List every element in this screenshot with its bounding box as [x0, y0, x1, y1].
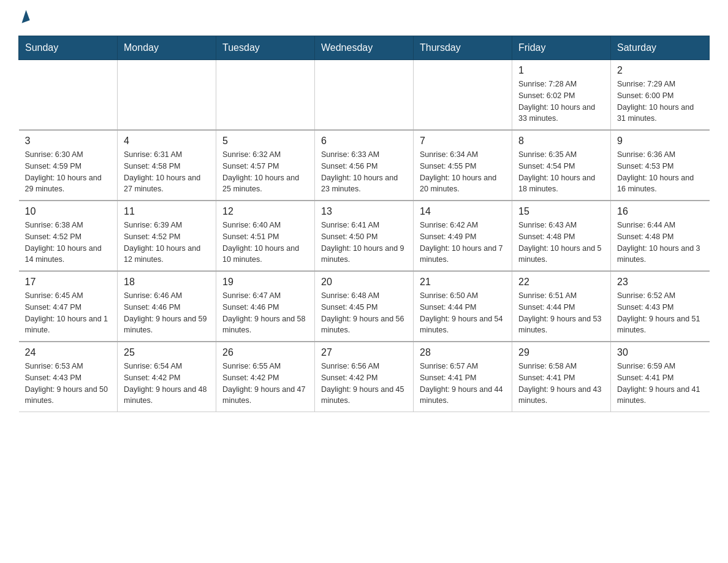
- day-info: Sunrise: 6:45 AM Sunset: 4:47 PM Dayligh…: [25, 290, 112, 336]
- calendar-cell: 21Sunrise: 6:50 AM Sunset: 4:44 PM Dayli…: [414, 271, 512, 342]
- day-info: Sunrise: 6:55 AM Sunset: 4:42 PM Dayligh…: [222, 361, 308, 407]
- calendar-week-row: 10Sunrise: 6:38 AM Sunset: 4:52 PM Dayli…: [19, 201, 710, 271]
- day-info: Sunrise: 6:58 AM Sunset: 4:41 PM Dayligh…: [518, 361, 604, 407]
- day-number: 28: [420, 347, 506, 358]
- day-info: Sunrise: 6:41 AM Sunset: 4:50 PM Dayligh…: [321, 220, 407, 266]
- day-number: 16: [617, 206, 703, 217]
- calendar-cell: 29Sunrise: 6:58 AM Sunset: 4:41 PM Dayli…: [512, 342, 611, 412]
- day-number: 20: [321, 277, 407, 288]
- day-info: Sunrise: 6:43 AM Sunset: 4:48 PM Dayligh…: [518, 220, 604, 266]
- day-info: Sunrise: 6:31 AM Sunset: 4:58 PM Dayligh…: [124, 149, 210, 195]
- calendar-cell: 26Sunrise: 6:55 AM Sunset: 4:42 PM Dayli…: [216, 342, 315, 412]
- day-info: Sunrise: 6:30 AM Sunset: 4:59 PM Dayligh…: [25, 149, 112, 195]
- day-number: 27: [321, 347, 407, 358]
- header: [18, 12, 710, 23]
- calendar-cell: 30Sunrise: 6:59 AM Sunset: 4:41 PM Dayli…: [611, 342, 710, 412]
- day-number: 18: [124, 277, 210, 288]
- calendar-cell: 13Sunrise: 6:41 AM Sunset: 4:50 PM Dayli…: [315, 201, 414, 271]
- day-number: 29: [518, 347, 604, 358]
- day-number: 3: [25, 136, 112, 147]
- calendar-cell: 4Sunrise: 6:31 AM Sunset: 4:58 PM Daylig…: [118, 130, 216, 201]
- day-info: Sunrise: 6:48 AM Sunset: 4:45 PM Dayligh…: [321, 290, 407, 336]
- calendar-cell: [118, 60, 216, 131]
- calendar-cell: 15Sunrise: 6:43 AM Sunset: 4:48 PM Dayli…: [512, 201, 611, 271]
- day-number: 1: [518, 65, 604, 76]
- calendar-week-row: 3Sunrise: 6:30 AM Sunset: 4:59 PM Daylig…: [19, 130, 710, 201]
- day-number: 2: [617, 65, 703, 76]
- day-number: 21: [420, 277, 506, 288]
- day-number: 7: [420, 136, 506, 147]
- calendar-cell: 28Sunrise: 6:57 AM Sunset: 4:41 PM Dayli…: [414, 342, 512, 412]
- calendar-cell: 27Sunrise: 6:56 AM Sunset: 4:42 PM Dayli…: [315, 342, 414, 412]
- calendar-cell: 24Sunrise: 6:53 AM Sunset: 4:43 PM Dayli…: [19, 342, 118, 412]
- day-info: Sunrise: 6:34 AM Sunset: 4:55 PM Dayligh…: [420, 149, 506, 195]
- calendar-cell: 8Sunrise: 6:35 AM Sunset: 4:54 PM Daylig…: [512, 130, 611, 201]
- calendar-week-row: 24Sunrise: 6:53 AM Sunset: 4:43 PM Dayli…: [19, 342, 710, 412]
- calendar-cell: [414, 60, 512, 131]
- day-number: 30: [617, 347, 703, 358]
- day-info: Sunrise: 6:44 AM Sunset: 4:48 PM Dayligh…: [617, 220, 703, 266]
- day-info: Sunrise: 6:53 AM Sunset: 4:43 PM Dayligh…: [25, 361, 112, 407]
- day-info: Sunrise: 6:42 AM Sunset: 4:49 PM Dayligh…: [420, 220, 506, 266]
- weekday-header-wednesday: Wednesday: [315, 36, 414, 60]
- day-number: 12: [222, 206, 308, 217]
- day-info: Sunrise: 6:52 AM Sunset: 4:43 PM Dayligh…: [617, 290, 703, 336]
- calendar-table: SundayMondayTuesdayWednesdayThursdayFrid…: [18, 36, 710, 412]
- day-info: Sunrise: 6:59 AM Sunset: 4:41 PM Dayligh…: [617, 361, 703, 407]
- day-info: Sunrise: 6:33 AM Sunset: 4:56 PM Dayligh…: [321, 149, 407, 195]
- day-info: Sunrise: 6:36 AM Sunset: 4:53 PM Dayligh…: [617, 149, 703, 195]
- calendar-cell: 12Sunrise: 6:40 AM Sunset: 4:51 PM Dayli…: [216, 201, 315, 271]
- weekday-header-thursday: Thursday: [414, 36, 512, 60]
- day-info: Sunrise: 7:29 AM Sunset: 6:00 PM Dayligh…: [617, 79, 703, 124]
- calendar-cell: 18Sunrise: 6:46 AM Sunset: 4:46 PM Dayli…: [118, 271, 216, 342]
- calendar-cell: 1Sunrise: 7:28 AM Sunset: 6:02 PM Daylig…: [512, 60, 611, 131]
- day-info: Sunrise: 6:38 AM Sunset: 4:52 PM Dayligh…: [25, 220, 112, 266]
- weekday-header-monday: Monday: [118, 36, 216, 60]
- calendar-cell: 16Sunrise: 6:44 AM Sunset: 4:48 PM Dayli…: [611, 201, 710, 271]
- day-info: Sunrise: 6:51 AM Sunset: 4:44 PM Dayligh…: [518, 290, 604, 336]
- day-number: 22: [518, 277, 604, 288]
- calendar-week-row: 1Sunrise: 7:28 AM Sunset: 6:02 PM Daylig…: [19, 60, 710, 131]
- weekday-header-sunday: Sunday: [19, 36, 118, 60]
- calendar-cell: 5Sunrise: 6:32 AM Sunset: 4:57 PM Daylig…: [216, 130, 315, 201]
- day-number: 23: [617, 277, 703, 288]
- logo-arrow-icon: [18, 10, 29, 23]
- calendar-cell: 7Sunrise: 6:34 AM Sunset: 4:55 PM Daylig…: [414, 130, 512, 201]
- day-info: Sunrise: 6:46 AM Sunset: 4:46 PM Dayligh…: [124, 290, 210, 336]
- day-number: 8: [518, 136, 604, 147]
- day-info: Sunrise: 7:28 AM Sunset: 6:02 PM Dayligh…: [518, 79, 604, 124]
- day-number: 5: [222, 136, 308, 147]
- calendar-cell: 22Sunrise: 6:51 AM Sunset: 4:44 PM Dayli…: [512, 271, 611, 342]
- calendar-cell: 19Sunrise: 6:47 AM Sunset: 4:46 PM Dayli…: [216, 271, 315, 342]
- calendar-cell: 23Sunrise: 6:52 AM Sunset: 4:43 PM Dayli…: [611, 271, 710, 342]
- logo: [18, 12, 29, 23]
- day-number: 14: [420, 206, 506, 217]
- calendar-cell: [19, 60, 118, 131]
- day-info: Sunrise: 6:39 AM Sunset: 4:52 PM Dayligh…: [124, 220, 210, 266]
- day-number: 19: [222, 277, 308, 288]
- day-info: Sunrise: 6:40 AM Sunset: 4:51 PM Dayligh…: [222, 220, 308, 266]
- day-info: Sunrise: 6:57 AM Sunset: 4:41 PM Dayligh…: [420, 361, 506, 407]
- calendar-cell: [216, 60, 315, 131]
- day-number: 13: [321, 206, 407, 217]
- calendar-cell: 2Sunrise: 7:29 AM Sunset: 6:00 PM Daylig…: [611, 60, 710, 131]
- day-number: 25: [124, 347, 210, 358]
- day-info: Sunrise: 6:56 AM Sunset: 4:42 PM Dayligh…: [321, 361, 407, 407]
- weekday-header-tuesday: Tuesday: [216, 36, 315, 60]
- day-info: Sunrise: 6:47 AM Sunset: 4:46 PM Dayligh…: [222, 290, 308, 336]
- day-number: 15: [518, 206, 604, 217]
- calendar-cell: 17Sunrise: 6:45 AM Sunset: 4:47 PM Dayli…: [19, 271, 118, 342]
- calendar-cell: [315, 60, 414, 131]
- calendar-cell: 14Sunrise: 6:42 AM Sunset: 4:49 PM Dayli…: [414, 201, 512, 271]
- calendar-cell: 6Sunrise: 6:33 AM Sunset: 4:56 PM Daylig…: [315, 130, 414, 201]
- day-info: Sunrise: 6:35 AM Sunset: 4:54 PM Dayligh…: [518, 149, 604, 195]
- calendar-cell: 9Sunrise: 6:36 AM Sunset: 4:53 PM Daylig…: [611, 130, 710, 201]
- weekday-header-saturday: Saturday: [611, 36, 710, 60]
- calendar-cell: 25Sunrise: 6:54 AM Sunset: 4:42 PM Dayli…: [118, 342, 216, 412]
- day-info: Sunrise: 6:54 AM Sunset: 4:42 PM Dayligh…: [124, 361, 210, 407]
- day-number: 24: [25, 347, 112, 358]
- weekday-header-friday: Friday: [512, 36, 611, 60]
- day-number: 26: [222, 347, 308, 358]
- calendar-cell: 11Sunrise: 6:39 AM Sunset: 4:52 PM Dayli…: [118, 201, 216, 271]
- day-number: 9: [617, 136, 703, 147]
